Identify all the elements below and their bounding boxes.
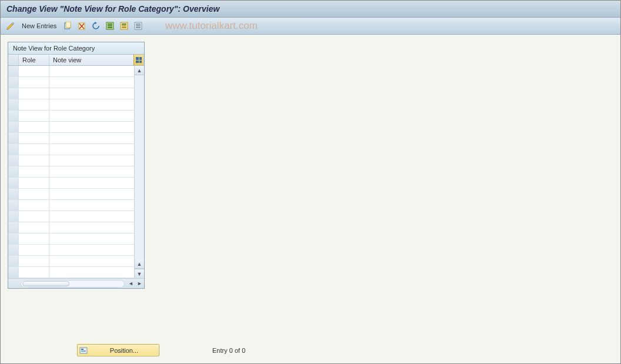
cell-noteview[interactable] xyxy=(49,245,135,255)
cell-noteview[interactable] xyxy=(49,211,135,222)
cell-role[interactable] xyxy=(19,256,49,266)
row-selector[interactable] xyxy=(8,111,19,121)
svg-rect-12 xyxy=(122,27,126,28)
delete-icon[interactable] xyxy=(76,21,87,31)
cell-noteview[interactable] xyxy=(49,233,135,244)
row-selector[interactable] xyxy=(8,77,19,88)
position-button[interactable]: Position... xyxy=(77,344,159,356)
row-selector[interactable] xyxy=(8,233,19,244)
cell-role[interactable] xyxy=(19,144,49,155)
watermark-text: www.tutorialkart.com xyxy=(165,20,258,32)
cell-noteview[interactable] xyxy=(49,189,135,199)
entry-count-text: Entry 0 of 0 xyxy=(212,347,245,354)
table-row xyxy=(8,155,135,166)
table-row xyxy=(8,111,135,122)
row-selector[interactable] xyxy=(8,88,19,99)
table-row xyxy=(8,166,135,178)
row-selector[interactable] xyxy=(8,66,19,76)
row-selector[interactable] xyxy=(8,144,19,155)
row-selector[interactable] xyxy=(8,256,19,266)
cell-noteview[interactable] xyxy=(49,99,135,110)
cell-noteview[interactable] xyxy=(49,66,135,76)
scroll-left-icon[interactable]: ◄ xyxy=(126,280,135,286)
cell-noteview[interactable] xyxy=(49,178,135,188)
cell-noteview[interactable] xyxy=(49,200,135,211)
cell-noteview[interactable] xyxy=(49,155,135,166)
deselect-all-icon[interactable] xyxy=(133,21,143,31)
row-selector[interactable] xyxy=(8,166,19,177)
row-selector[interactable] xyxy=(8,133,19,143)
cell-noteview[interactable] xyxy=(49,111,135,121)
cell-role[interactable] xyxy=(19,99,49,110)
table-row xyxy=(8,256,135,267)
svg-rect-8 xyxy=(108,27,112,28)
svg-rect-18 xyxy=(81,349,84,350)
toggle-display-change-icon[interactable] xyxy=(5,21,16,31)
row-selector[interactable] xyxy=(8,245,19,255)
horizontal-scrollbar[interactable]: ◄ ► xyxy=(8,278,144,288)
cell-role[interactable] xyxy=(19,88,49,99)
svg-rect-11 xyxy=(122,25,126,26)
cell-role[interactable] xyxy=(19,77,49,88)
table-row xyxy=(8,189,135,200)
row-selector[interactable] xyxy=(8,200,19,211)
cell-role[interactable] xyxy=(19,211,49,222)
hscroll-thumb[interactable] xyxy=(22,281,69,286)
cell-noteview[interactable] xyxy=(49,77,135,88)
cell-noteview[interactable] xyxy=(49,133,135,143)
scroll-down-icon[interactable]: ▼ xyxy=(135,269,144,278)
cell-role[interactable] xyxy=(19,133,49,143)
cell-noteview[interactable] xyxy=(49,122,135,132)
hscroll-track[interactable] xyxy=(21,280,125,288)
svg-rect-6 xyxy=(108,24,112,25)
row-selector[interactable] xyxy=(8,267,19,278)
select-all-icon[interactable] xyxy=(105,21,115,31)
table-row xyxy=(8,122,135,133)
cell-noteview[interactable] xyxy=(49,166,135,177)
configure-columns-icon[interactable] xyxy=(133,55,144,65)
cell-role[interactable] xyxy=(19,155,49,166)
table-row xyxy=(8,211,135,222)
vertical-scrollbar[interactable]: ▲ ▲ ▼ xyxy=(134,66,144,278)
table-body: ▲ ▲ ▼ xyxy=(8,66,144,278)
scroll-track[interactable] xyxy=(135,75,144,259)
table-row xyxy=(8,245,135,256)
row-selector[interactable] xyxy=(8,122,19,132)
toolbar: New Entries www.tutorialkart.com xyxy=(1,18,620,35)
cell-role[interactable] xyxy=(19,222,49,233)
scroll-up-icon[interactable]: ▲ xyxy=(135,66,144,75)
cell-role[interactable] xyxy=(19,111,49,121)
cell-role[interactable] xyxy=(19,189,49,199)
column-header-role[interactable]: Role xyxy=(19,55,49,65)
svg-rect-1 xyxy=(66,22,71,28)
select-block-icon[interactable] xyxy=(119,21,129,31)
cell-role[interactable] xyxy=(19,233,49,244)
row-selector[interactable] xyxy=(8,222,19,233)
row-selector[interactable] xyxy=(8,155,19,166)
header-selector[interactable] xyxy=(8,55,19,65)
cell-noteview[interactable] xyxy=(49,222,135,233)
row-selector[interactable] xyxy=(8,189,19,199)
cell-noteview[interactable] xyxy=(49,88,135,99)
column-header-noteview[interactable]: Note view xyxy=(49,55,133,65)
cell-role[interactable] xyxy=(19,166,49,177)
row-selector[interactable] xyxy=(8,178,19,188)
row-selector[interactable] xyxy=(8,99,19,110)
cell-role[interactable] xyxy=(19,267,49,278)
scroll-right-icon[interactable]: ► xyxy=(135,280,144,286)
cell-role[interactable] xyxy=(19,178,49,188)
undo-change-icon[interactable] xyxy=(91,21,101,31)
cell-noteview[interactable] xyxy=(49,256,135,266)
table-row xyxy=(8,99,135,111)
cell-noteview[interactable] xyxy=(49,144,135,155)
copy-as-icon[interactable] xyxy=(62,21,73,31)
cell-role[interactable] xyxy=(19,122,49,132)
table-row xyxy=(8,77,135,88)
scroll-up-step-icon[interactable]: ▲ xyxy=(135,259,144,269)
cell-role[interactable] xyxy=(19,200,49,211)
row-selector[interactable] xyxy=(8,211,19,222)
cell-role[interactable] xyxy=(19,245,49,255)
cell-noteview[interactable] xyxy=(49,267,135,278)
cell-role[interactable] xyxy=(19,66,49,76)
new-entries-button[interactable]: New Entries xyxy=(19,21,59,31)
